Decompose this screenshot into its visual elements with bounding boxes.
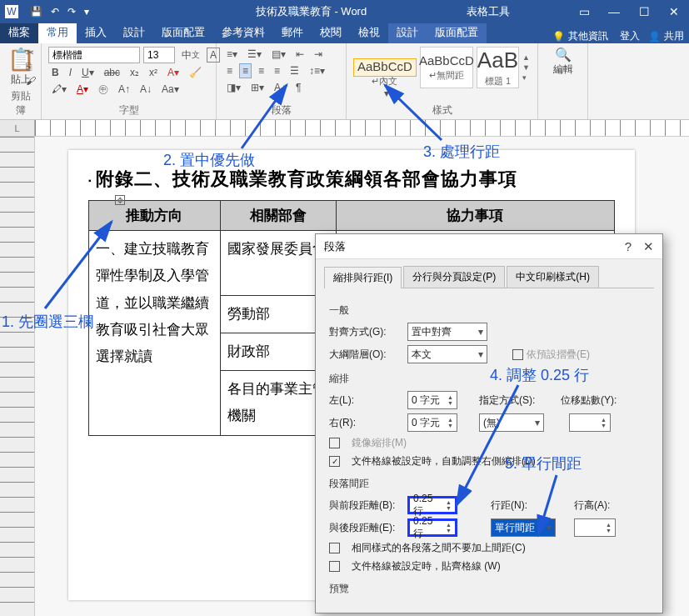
sort-icon[interactable]: A↓ — [271, 80, 289, 95]
justify-icon[interactable]: ≡ — [271, 63, 283, 78]
mirror-checkbox — [329, 438, 340, 448]
dialog-help-button[interactable]: ? — [625, 239, 632, 254]
dialog-title: 段落 — [324, 239, 346, 254]
shading-icon[interactable]: ◨▾ — [223, 80, 244, 95]
dialog-tab-indent[interactable]: 縮排與行距(I) — [324, 267, 402, 288]
find-icon[interactable]: 🔍 — [545, 47, 581, 63]
tab-insert[interactable]: 插入 — [77, 23, 115, 43]
qat-more-icon[interactable]: ▾ — [84, 6, 89, 18]
indent-right-label: 右(R): — [329, 416, 399, 430]
share-icon[interactable]: 👤 — [648, 31, 661, 43]
font-name-input[interactable] — [48, 47, 140, 63]
format-painter-icon[interactable]: 🖌 — [26, 75, 36, 87]
show-marks-icon[interactable]: ¶ — [292, 80, 304, 95]
shrink-font-icon[interactable]: A↓ — [137, 82, 155, 97]
qat-undo-icon[interactable]: ↶ — [51, 6, 59, 18]
tab-table-design[interactable]: 設計 — [388, 23, 427, 43]
editing-label[interactable]: 編輯 — [545, 63, 581, 77]
login-button[interactable]: 登入 — [620, 29, 640, 43]
dec-indent-icon[interactable]: ⇤ — [292, 47, 307, 62]
tab-references[interactable]: 參考資料 — [213, 23, 273, 43]
tell-me-label[interactable]: 其他資訊 — [568, 29, 608, 43]
dialog-tab-asian[interactable]: 中文印刷樣式(H) — [507, 266, 599, 288]
qat-save-icon[interactable]: 💾 — [30, 6, 42, 18]
tab-layout[interactable]: 版面配置 — [153, 23, 213, 43]
style-no-spacing[interactable]: AaBbCcD↵無間距 — [420, 47, 473, 88]
bullets-icon[interactable]: ≡▾ — [223, 47, 241, 62]
indent-special-label: 指定方式(S): — [479, 393, 536, 408]
strike-button[interactable]: abc — [101, 65, 123, 80]
style-scroll-up-icon[interactable]: ▲ — [522, 53, 531, 62]
phonetic-icon[interactable]: 中文 — [178, 48, 203, 63]
line-height-input[interactable]: ▲▼ — [574, 518, 616, 537]
tell-me-icon[interactable]: 💡 — [552, 31, 565, 43]
copy-icon[interactable]: ⎘ — [26, 61, 36, 73]
vertical-ruler[interactable] — [0, 137, 35, 616]
change-case-icon[interactable]: Aa▾ — [158, 82, 182, 97]
borders-icon[interactable]: ⊞▾ — [247, 80, 267, 95]
indent-right-input[interactable]: 0 字元▲▼ — [407, 413, 457, 432]
bold-button[interactable]: B — [48, 65, 62, 80]
indent-special-select[interactable]: (無) — [479, 413, 544, 432]
grow-font-icon[interactable]: A↑ — [115, 82, 133, 97]
distributed-icon[interactable]: ☰ — [287, 63, 302, 78]
minimize-button[interactable]: — — [599, 0, 629, 23]
tab-view[interactable]: 檢視 — [350, 23, 388, 43]
outline-select[interactable]: 本文 — [407, 345, 487, 363]
style-scroll-down-icon[interactable]: ▼ — [522, 63, 531, 72]
highlight-icon[interactable]: 🖍▾ — [48, 82, 70, 97]
numbering-icon[interactable]: ☰▾ — [244, 47, 265, 62]
tab-table-layout[interactable]: 版面配置 — [427, 23, 487, 43]
line-spacing-select[interactable]: 單行間距 — [491, 518, 556, 537]
window-title: 技術及職業教育 - Word — [256, 4, 367, 19]
clear-format-icon[interactable]: 🧹 — [186, 65, 205, 80]
tab-mailings[interactable]: 郵件 — [273, 23, 312, 43]
horizontal-ruler[interactable]: L — [0, 120, 689, 137]
align-center-icon[interactable]: ≡ — [239, 63, 252, 78]
share-button[interactable]: 共用 — [664, 29, 684, 43]
indent-left-input[interactable]: 0 字元▲▼ — [407, 391, 457, 409]
dialog-close-button[interactable]: ✕ — [643, 239, 654, 254]
underline-button[interactable]: U▾ — [78, 65, 97, 80]
table-handle-icon[interactable]: ✥ — [115, 195, 125, 205]
dialog-tab-pagination[interactable]: 分行與分頁設定(P) — [403, 266, 505, 288]
close-button[interactable]: ✕ — [659, 0, 689, 23]
tab-design[interactable]: 設計 — [115, 23, 153, 43]
table-cell[interactable]: 一、建立技職教育彈性學制及入學管道，並以職業繼續教育吸引社會大眾選擇就讀 — [89, 231, 221, 436]
tab-selector[interactable]: L — [0, 120, 35, 137]
maximize-button[interactable]: ☐ — [629, 0, 659, 23]
tab-home[interactable]: 常用 — [38, 23, 77, 43]
indent-by-input[interactable]: ▲▼ — [569, 413, 611, 432]
alignment-select[interactable]: 置中對齊 — [407, 323, 487, 341]
italic-button[interactable]: I — [66, 65, 75, 80]
style-expand-icon[interactable]: ▾ — [522, 73, 531, 82]
collapse-label: 依預設摺疊(E) — [527, 348, 590, 360]
snapgrid-checkbox[interactable] — [329, 561, 340, 572]
noaddspace-checkbox[interactable] — [329, 543, 340, 553]
tab-review[interactable]: 校閱 — [312, 23, 350, 43]
indent-left-label: 左(L): — [329, 393, 399, 408]
superscript-button[interactable]: x² — [146, 65, 161, 80]
subscript-button[interactable]: x₂ — [127, 65, 142, 80]
qat-redo-icon[interactable]: ↷ — [67, 6, 76, 18]
space-after-input[interactable]: 0.25 行▲▼ — [407, 518, 457, 537]
line-spacing-icon[interactable]: ↕≡▾ — [306, 63, 328, 78]
dialog-tabs: 縮排與行距(I) 分行與分頁設定(P) 中文印刷樣式(H) — [324, 266, 654, 288]
style-normal[interactable]: AaBbCcD↵內文 — [353, 58, 417, 77]
cut-icon[interactable]: ✂ — [26, 47, 36, 58]
enclose-icon[interactable]: ㊥ — [95, 82, 112, 97]
tab-file[interactable]: 檔案 — [0, 23, 38, 43]
ribbon-display-icon[interactable]: ▭ — [569, 0, 599, 23]
font-color-icon[interactable]: A▾ — [73, 82, 92, 97]
align-left-icon[interactable]: ≡ — [223, 63, 236, 78]
app-icon: W — [5, 5, 18, 18]
multilevel-icon[interactable]: ▤▾ — [268, 47, 289, 62]
inc-indent-icon[interactable]: ⇥ — [311, 47, 326, 62]
space-before-input[interactable]: 0.25 行▲▼ — [407, 496, 457, 514]
autoadj-checkbox[interactable]: ✓ — [329, 456, 340, 467]
text-effects-icon[interactable]: A▾ — [164, 65, 182, 80]
align-right-icon[interactable]: ≡ — [255, 63, 267, 78]
font-size-input[interactable] — [143, 47, 175, 63]
dialog-body: 一般 對齊方式(G): 置中對齊 大綱階層(O): 本文 依預設摺疊(E) 縮排… — [316, 288, 662, 608]
style-heading1[interactable]: AaB標題 1 — [477, 47, 519, 88]
